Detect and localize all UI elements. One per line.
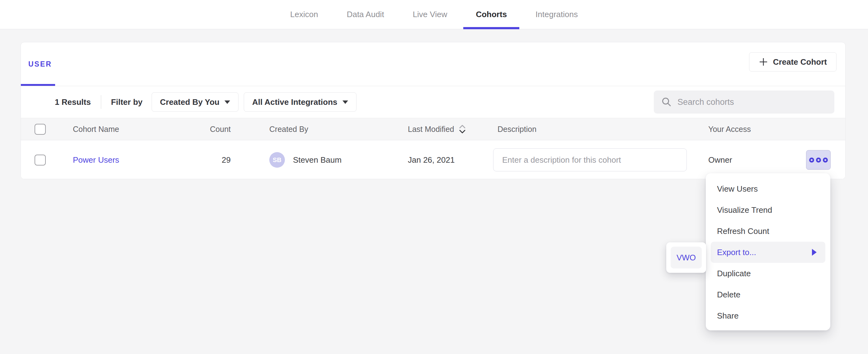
nav-item-integrations[interactable]: Integrations bbox=[534, 0, 580, 29]
caret-down-icon bbox=[342, 100, 348, 104]
tab-user-underline bbox=[21, 84, 55, 86]
menu-item-visualize-trend[interactable]: Visualize Trend bbox=[706, 199, 830, 221]
integrations-filter-value: All Active Integrations bbox=[252, 97, 338, 107]
submenu-arrow-icon bbox=[812, 249, 817, 256]
select-all-cell bbox=[21, 124, 52, 135]
menu-item-duplicate[interactable]: Duplicate bbox=[706, 263, 830, 284]
top-nav: Lexicon Data Audit Live View Cohorts Int… bbox=[0, 0, 868, 29]
row-select-cell bbox=[21, 155, 52, 165]
table-header: Cohort Name Count Created By Last Modifi… bbox=[21, 118, 845, 140]
nav-item-live-view[interactable]: Live View bbox=[411, 0, 449, 29]
menu-item-export-to-label: Export to... bbox=[717, 248, 756, 257]
access-cell: Owner bbox=[688, 155, 845, 165]
description-input[interactable] bbox=[493, 149, 687, 171]
nav-item-cohorts-label: Cohorts bbox=[476, 10, 507, 19]
created-by-filter-value: Created By You bbox=[160, 97, 219, 107]
filter-by-label: Filter by bbox=[111, 97, 143, 107]
column-header-last-modified[interactable]: Last Modified bbox=[387, 124, 477, 134]
menu-item-refresh-count[interactable]: Refresh Count bbox=[706, 221, 830, 242]
nav-item-cohorts[interactable]: Cohorts bbox=[474, 0, 509, 29]
cohort-type-tabbar: USER Create Cohort bbox=[21, 42, 845, 86]
ellipsis-icon bbox=[809, 157, 814, 162]
export-to-submenu: VWO bbox=[666, 242, 706, 273]
more-actions-button[interactable] bbox=[806, 150, 831, 170]
menu-item-export-to[interactable]: Export to... bbox=[711, 242, 825, 263]
create-cohort-button[interactable]: Create Cohort bbox=[749, 52, 837, 71]
description-cell bbox=[477, 149, 688, 171]
sort-icon bbox=[459, 124, 466, 134]
column-header-count: Count bbox=[177, 125, 231, 134]
column-header-description: Description bbox=[477, 125, 688, 134]
search-cohorts-box bbox=[654, 91, 834, 114]
column-header-your-access: Your Access bbox=[688, 125, 845, 134]
column-header-last-modified-label: Last Modified bbox=[408, 125, 454, 134]
cohort-count: 29 bbox=[177, 155, 231, 165]
vertical-divider bbox=[101, 95, 101, 109]
created-by-cell: SB Steven Baum bbox=[231, 152, 387, 168]
submenu-item-vwo[interactable]: VWO bbox=[671, 247, 702, 268]
ellipsis-icon bbox=[823, 157, 828, 162]
created-by-filter-dropdown[interactable]: Created By You bbox=[152, 92, 239, 112]
select-all-checkbox[interactable] bbox=[35, 124, 46, 135]
filter-row: 1 Results Filter by Created By You All A… bbox=[21, 86, 845, 118]
nav-item-data-audit[interactable]: Data Audit bbox=[345, 0, 386, 29]
cohort-name-link[interactable]: Power Users bbox=[73, 155, 119, 165]
caret-down-icon bbox=[224, 100, 230, 104]
row-checkbox[interactable] bbox=[35, 155, 46, 165]
plus-icon bbox=[759, 57, 768, 67]
menu-item-view-users[interactable]: View Users bbox=[706, 178, 830, 199]
menu-item-delete[interactable]: Delete bbox=[706, 284, 830, 305]
row-actions-context-menu: View Users Visualize Trend Refresh Count… bbox=[706, 173, 830, 330]
access-value: Owner bbox=[708, 155, 732, 165]
nav-item-lexicon[interactable]: Lexicon bbox=[288, 0, 320, 29]
search-icon bbox=[661, 97, 672, 107]
column-header-created-by: Created By bbox=[231, 125, 387, 134]
create-cohort-label: Create Cohort bbox=[773, 57, 827, 67]
results-count: 1 Results bbox=[55, 97, 91, 107]
created-by-name: Steven Baum bbox=[293, 155, 342, 165]
search-cohorts-input[interactable] bbox=[678, 97, 827, 107]
tab-user[interactable]: USER bbox=[28, 42, 52, 86]
integrations-filter-dropdown[interactable]: All Active Integrations bbox=[244, 92, 356, 112]
active-tab-underline bbox=[463, 27, 519, 29]
avatar: SB bbox=[269, 152, 285, 168]
cohorts-card: USER Create Cohort 1 Results Filter by C… bbox=[21, 42, 845, 179]
column-header-cohort-name: Cohort Name bbox=[52, 125, 177, 134]
last-modified-cell: Jan 26, 2021 bbox=[387, 155, 477, 165]
ellipsis-icon bbox=[816, 157, 821, 162]
top-navigation-bar: Lexicon Data Audit Live View Cohorts Int… bbox=[0, 0, 868, 29]
menu-item-share[interactable]: Share bbox=[706, 305, 830, 326]
